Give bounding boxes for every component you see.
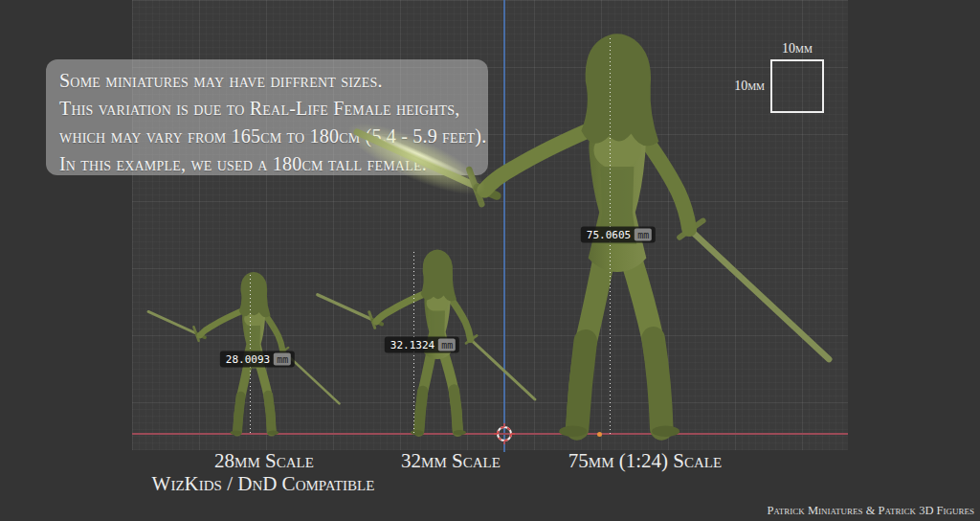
scale-label-32mm: 32mm Scale [401, 449, 501, 473]
measurement-value: 75.0605 [587, 229, 631, 241]
scale-label-28mm: 28mm Scale [214, 449, 314, 473]
10mm-reference-square [770, 59, 824, 113]
ref-square-top-label: 10mm [782, 41, 813, 57]
measurement-unit: mm [274, 353, 291, 366]
ref-square-side-label: 10mm [734, 79, 768, 94]
measurement-value: 32.1324 [390, 339, 434, 351]
measurement-label-75mm: 75.0605mm [581, 227, 656, 243]
watermark-text: Patrick Miniatures & Patrick 3D Figures [767, 504, 974, 518]
measurement-value: 28.0093 [226, 353, 270, 366]
scale-label-75mm: 75mm (1:24) Scale [568, 449, 722, 473]
measurement-unit: mm [438, 339, 456, 351]
measurement-label-28mm: 28.0093mm [220, 351, 295, 368]
scale-label-28mm-sub: WizKids / DnD Compatible [152, 472, 375, 496]
3d-cursor-icon[interactable] [487, 417, 522, 451]
blender-viewport-screenshot: { "info_box": { "line1": "Some miniature… [0, 0, 980, 521]
measurement-unit: mm [635, 229, 652, 241]
measurement-label-32mm: 32.1324mm [385, 337, 459, 353]
